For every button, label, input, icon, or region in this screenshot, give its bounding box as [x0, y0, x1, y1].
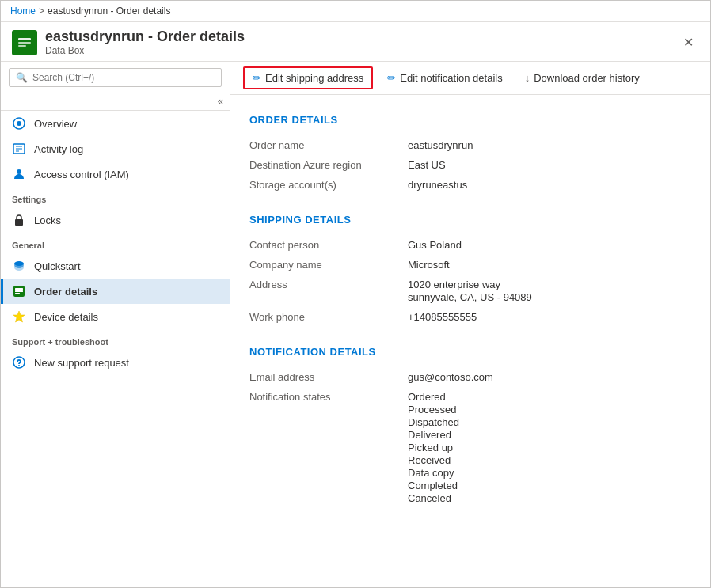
- address-row: Address 1020 enterprise way sunnyvale, C…: [249, 275, 691, 307]
- breadcrumb-separator: >: [39, 6, 44, 17]
- overview-icon: [12, 116, 26, 131]
- search-icon: 🔍: [16, 72, 28, 83]
- title-bar: eastusdrynrun - Order details Data Box ✕: [1, 22, 710, 62]
- device-details-icon: [12, 309, 26, 324]
- search-box[interactable]: 🔍: [9, 68, 222, 87]
- email-address-value: gus@contoso.com: [408, 371, 691, 383]
- company-name-row: Company name Microsoft: [249, 255, 691, 275]
- company-name-label: Company name: [249, 259, 408, 271]
- email-address-row: Email address gus@contoso.com: [249, 367, 691, 387]
- address-line2: sunnyvale, CA, US - 94089: [408, 291, 691, 303]
- close-button[interactable]: ✕: [677, 32, 699, 54]
- sidebar-item-new-support-label: New support request: [34, 357, 129, 369]
- edit-notification-label: Edit notification details: [400, 72, 502, 84]
- work-phone-label: Work phone: [249, 311, 408, 323]
- storage-account-value: dryruneastus: [408, 179, 691, 191]
- notif-state-data-copy: Data copy: [408, 467, 691, 479]
- shipping-details-heading: SHIPPING DETAILS: [249, 214, 691, 226]
- breadcrumb-current: eastusdrynrun - Order details: [48, 6, 170, 17]
- notif-state-picked-up: Picked up: [408, 442, 691, 453]
- svg-rect-3: [18, 45, 26, 47]
- content-pane: ✏ Edit shipping address ✏ Edit notificat…: [230, 62, 710, 587]
- order-name-value: eastusdrynrun: [408, 139, 691, 151]
- sidebar-item-quickstart-label: Quickstart: [34, 260, 81, 272]
- new-support-icon: [12, 355, 26, 370]
- download-history-label: Download order history: [534, 72, 640, 84]
- contact-person-label: Contact person: [249, 239, 408, 251]
- activity-log-icon: [12, 142, 26, 156]
- sidebar-item-locks-label: Locks: [34, 214, 61, 226]
- breadcrumb-home[interactable]: Home: [10, 6, 36, 17]
- svg-point-21: [18, 365, 20, 366]
- order-name-row: Order name eastusdrynrun: [249, 135, 691, 155]
- notif-state-ordered: Ordered: [408, 391, 691, 403]
- title-icon: [12, 30, 37, 55]
- notification-states-label: Notification states: [249, 391, 408, 403]
- svg-rect-18: [15, 293, 20, 294]
- svg-marker-19: [13, 311, 25, 322]
- sidebar-item-device-details-label: Device details: [34, 311, 98, 323]
- storage-account-label: Storage account(s): [249, 179, 408, 191]
- contact-person-value: Gus Poland: [408, 239, 691, 251]
- sidebar: 🔍 « Overview Activity: [1, 62, 230, 587]
- sidebar-section-support: Support + troubleshoot New support reque…: [1, 329, 230, 375]
- edit-notification-icon: ✏: [387, 72, 396, 84]
- svg-rect-1: [18, 38, 31, 40]
- sidebar-section-general: General Quickstart Order details: [1, 233, 230, 329]
- general-category-label: General: [1, 233, 230, 253]
- download-history-button[interactable]: ↓ Download order history: [517, 68, 648, 88]
- notification-states-value: Ordered Processed Dispatched Delivered P…: [408, 391, 691, 504]
- sidebar-item-order-details[interactable]: Order details: [1, 279, 230, 304]
- sidebar-item-device-details[interactable]: Device details: [1, 304, 230, 329]
- contact-person-row: Contact person Gus Poland: [249, 235, 691, 255]
- main-window: Home > eastusdrynrun - Order details eas…: [0, 0, 711, 588]
- svg-rect-16: [15, 288, 23, 290]
- destination-region-label: Destination Azure region: [249, 159, 408, 171]
- edit-shipping-label: Edit shipping address: [265, 72, 363, 84]
- edit-notification-button[interactable]: ✏ Edit notification details: [379, 68, 510, 88]
- collapse-sidebar-button[interactable]: «: [211, 93, 230, 108]
- title-bar-left: eastusdrynrun - Order details Data Box: [12, 28, 245, 56]
- notif-state-canceled: Canceled: [408, 492, 691, 504]
- notif-state-completed: Completed: [408, 480, 691, 491]
- order-name-label: Order name: [249, 139, 408, 151]
- address-value: 1020 enterprise way sunnyvale, CA, US - …: [408, 279, 691, 303]
- address-label: Address: [249, 279, 408, 290]
- details-pane: ORDER DETAILS Order name eastusdrynrun D…: [230, 95, 710, 521]
- email-address-label: Email address: [249, 371, 408, 383]
- notif-state-processed: Processed: [408, 404, 691, 415]
- sidebar-item-quickstart[interactable]: Quickstart: [1, 253, 230, 279]
- notif-state-received: Received: [408, 454, 691, 466]
- sidebar-item-new-support[interactable]: New support request: [1, 350, 230, 375]
- sidebar-item-iam-label: Access control (IAM): [34, 169, 129, 180]
- sidebar-item-activity-log[interactable]: Activity log: [1, 136, 230, 161]
- sidebar-item-iam[interactable]: Access control (IAM): [1, 161, 230, 187]
- support-category-label: Support + troubleshoot: [1, 329, 230, 350]
- work-phone-row: Work phone +14085555555: [249, 307, 691, 327]
- sidebar-section-settings: Settings Locks: [1, 187, 230, 233]
- work-phone-value: +14085555555: [408, 311, 691, 323]
- svg-point-10: [17, 169, 21, 174]
- page-title: eastusdrynrun - Order details: [45, 28, 245, 45]
- svg-rect-11: [15, 219, 23, 226]
- edit-shipping-button[interactable]: ✏ Edit shipping address: [243, 66, 373, 89]
- notification-states-row: Notification states Ordered Processed Di…: [249, 387, 691, 508]
- title-text-group: eastusdrynrun - Order details Data Box: [45, 28, 245, 56]
- breadcrumb: Home > eastusdrynrun - Order details: [1, 1, 710, 22]
- svg-point-14: [14, 261, 24, 266]
- toolbar: ✏ Edit shipping address ✏ Edit notificat…: [230, 62, 710, 95]
- destination-region-row: Destination Azure region East US: [249, 155, 691, 175]
- sidebar-item-locks[interactable]: Locks: [1, 207, 230, 233]
- sidebar-item-overview-label: Overview: [34, 118, 77, 130]
- notif-state-delivered: Delivered: [408, 429, 691, 441]
- edit-shipping-icon: ✏: [253, 72, 261, 84]
- sidebar-top-nav: Overview Activity log Access control (IA…: [1, 111, 230, 187]
- sidebar-item-overview[interactable]: Overview: [1, 111, 230, 136]
- notif-state-dispatched: Dispatched: [408, 416, 691, 428]
- storage-account-row: Storage account(s) dryruneastus: [249, 175, 691, 195]
- notification-details-heading: NOTIFICATION DETAILS: [249, 346, 691, 358]
- main-layout: 🔍 « Overview Activity: [1, 62, 710, 587]
- iam-icon: [12, 167, 26, 181]
- locks-icon: [12, 213, 26, 227]
- search-input[interactable]: [32, 72, 215, 83]
